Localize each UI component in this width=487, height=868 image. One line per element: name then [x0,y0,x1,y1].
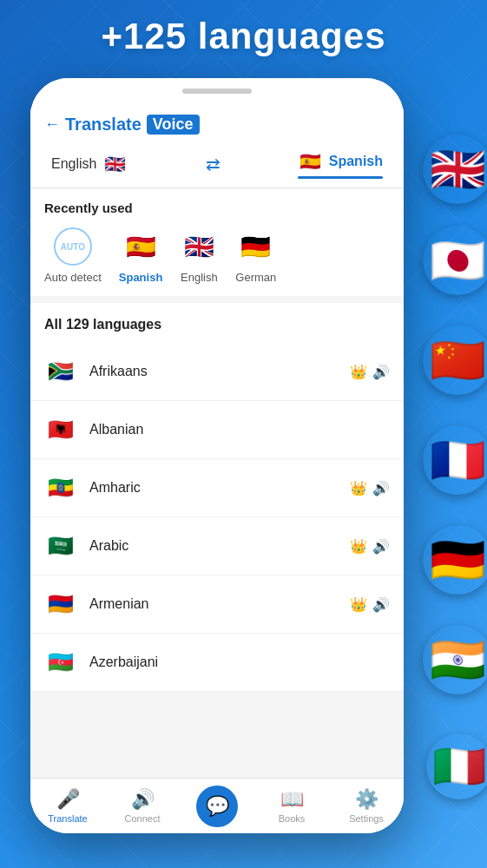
source-flag: 🇬🇧 [102,151,128,177]
voice-icon: 🔊 [372,364,390,380]
afrikaans-name: Afrikaans [89,364,338,379]
recent-item-auto[interactable]: AUTO Auto detect [44,227,102,284]
spanish-label: Spanish [119,271,163,284]
settings-nav-label: Settings [349,813,384,824]
auto-detect-label: Auto detect [44,271,102,284]
list-item-albanian[interactable]: 🇦🇱 Albanian [30,401,404,459]
connect-nav-label: Connect [125,813,161,824]
amharic-name: Amharic [89,480,338,496]
nav-chat[interactable]: 💬 [180,786,254,827]
nav-translate[interactable]: 🎤 Translate [30,788,105,824]
main-content: Recently used AUTO Auto detect 🇪🇸 Spanis… [30,188,404,833]
floating-flag-japan: 🇯🇵 [423,226,487,295]
app-title-voice: Voice [147,115,200,135]
voice-icon: 🔊 [372,480,390,496]
phone-top [30,78,404,104]
list-item-amharic[interactable]: 🇪🇹 Amharic 👑 🔊 [30,459,404,517]
app-title-row: ← Translate Voice [44,115,390,135]
translate-nav-icon: 🎤 [56,788,80,811]
auto-detect-icon: AUTO [54,227,92,266]
app-title-translate: Translate [65,115,141,135]
list-item-armenian[interactable]: 🇦🇲 Armenian 👑 🔊 [30,575,404,634]
recently-used-label: Recently used [44,201,390,215]
books-nav-icon: 📖 [280,788,304,811]
floating-flag-italy: 🇮🇹 [426,733,487,799]
source-language-name: English [51,156,96,172]
nav-settings[interactable]: ⚙️ Settings [329,788,404,824]
phone-frame: ← Translate Voice English 🇬🇧 ⇄ [30,78,404,833]
arabic-badges: 👑 🔊 [350,538,390,555]
floating-flag-uk: 🇬🇧 [423,135,487,204]
header-title: +125 languages [0,16,487,57]
recently-used-section: Recently used AUTO Auto detect 🇪🇸 Spanis… [30,188,404,296]
recent-items-list: AUTO Auto detect 🇪🇸 Spanish 🇬🇧 English [44,227,390,284]
crown-icon: 👑 [350,364,367,380]
list-item-afrikaans[interactable]: 🇿🇦 Afrikaans 👑 🔊 [30,343,404,401]
crown-icon: 👑 [350,480,367,496]
armenian-flag: 🇦🇲 [44,588,77,621]
target-flag: 🇪🇸 [298,148,324,174]
app-content: ← Translate Voice English 🇬🇧 ⇄ [30,104,404,833]
spanish-flag: 🇪🇸 [122,227,160,266]
phone-dots [182,89,252,94]
floating-flag-france: 🇫🇷 [423,425,487,495]
albanian-flag: 🇦🇱 [44,413,77,446]
afrikaans-flag: 🇿🇦 [44,355,77,388]
recent-item-spanish[interactable]: 🇪🇸 Spanish [119,227,163,284]
amharic-badges: 👑 🔊 [350,480,390,496]
nav-connect[interactable]: 🔊 Connect [105,788,180,824]
back-button[interactable]: ← [44,115,60,134]
afrikaans-badges: 👑 🔊 [350,364,390,380]
albanian-name: Albanian [89,422,378,437]
recent-item-english[interactable]: 🇬🇧 English [180,227,218,284]
recent-item-german[interactable]: 🇩🇪 German [235,227,276,284]
books-nav-label: Books [279,813,306,824]
target-language-name: Spanish [329,154,383,169]
arabic-flag: 🇸🇦 [44,529,77,562]
english-flag: 🇬🇧 [180,227,218,266]
translate-nav-label: Translate [48,813,87,824]
azerbaijani-name: Azerbaijani [89,654,378,670]
floating-flag-china: 🇨🇳 [423,326,487,395]
target-language-selector[interactable]: 🇪🇸 Spanish [291,143,390,184]
list-item-arabic[interactable]: 🇸🇦 Arabic 👑 🔊 [30,517,404,575]
app-header: ← Translate Voice English 🇬🇧 ⇄ [30,104,404,188]
voice-icon: 🔊 [372,596,390,613]
armenian-name: Armenian [89,596,338,612]
chat-center-button[interactable]: 💬 [196,786,238,827]
german-flag: 🇩🇪 [237,227,275,266]
amharic-flag: 🇪🇹 [44,471,77,504]
floating-flag-india: 🇮🇳 [423,625,487,694]
language-selector-row: English 🇬🇧 ⇄ 🇪🇸 Spanish [44,143,390,187]
german-label: German [235,271,276,284]
bottom-navigation: 🎤 Translate 🔊 Connect 💬 📖 Books ⚙️ Setti… [30,778,404,833]
all-languages-section: All 129 languages 🇿🇦 Afrikaans 👑 🔊 🇦🇱 Al… [30,303,404,692]
arabic-name: Arabic [89,538,338,554]
armenian-badges: 👑 🔊 [350,596,390,613]
english-label: English [181,271,218,284]
crown-icon: 👑 [350,538,367,555]
source-language-selector[interactable]: English 🇬🇧 [44,146,135,182]
all-languages-header: All 129 languages [30,303,404,343]
swap-languages-button[interactable]: ⇄ [206,154,220,174]
voice-icon: 🔊 [372,538,390,555]
chat-icon: 💬 [206,795,229,818]
settings-nav-icon: ⚙️ [355,788,378,811]
crown-icon: 👑 [350,596,367,613]
active-tab-underline [298,176,383,179]
nav-books[interactable]: 📖 Books [254,788,329,824]
floating-flag-germany: 🇩🇪 [423,525,487,595]
azerbaijani-flag: 🇦🇿 [44,646,77,679]
connect-nav-icon: 🔊 [131,788,155,811]
list-item-azerbaijani[interactable]: 🇦🇿 Azerbaijani [30,634,404,692]
